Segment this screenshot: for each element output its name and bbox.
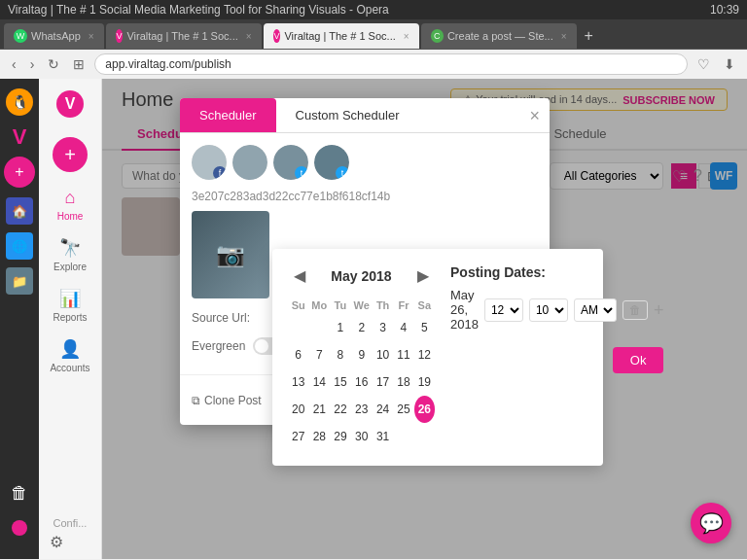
add-date-button[interactable]: + (654, 301, 664, 319)
calendar-day[interactable]: 20 (288, 396, 308, 423)
calendar-day[interactable]: 11 (393, 341, 413, 368)
calendar-day[interactable]: 19 (414, 368, 435, 396)
dock-files-icon[interactable]: 📁 (4, 265, 35, 297)
tab-whatsapp-close[interactable]: × (89, 31, 94, 42)
calendar-day[interactable]: 7 (308, 341, 330, 368)
calendar-day[interactable]: 22 (330, 396, 350, 423)
calendar-day[interactable]: 26 (414, 396, 435, 423)
day-header-sa: Sa (414, 297, 435, 314)
tab-viraltag2-close[interactable]: × (404, 31, 409, 42)
modal-tab-scheduler[interactable]: Scheduler (180, 98, 276, 132)
calendar-day[interactable]: 21 (308, 396, 330, 423)
back-button[interactable]: ‹ (8, 54, 20, 74)
calendar-day[interactable]: 13 (288, 368, 308, 396)
calendar-day[interactable]: 6 (288, 341, 308, 368)
page-title-bar: Viraltag | The # 1 Social Media Marketin… (8, 3, 389, 17)
sidebar-item-reports[interactable]: 📊 Reports (39, 280, 101, 331)
next-month-button[interactable]: ▶ (411, 264, 435, 287)
calendar-day[interactable]: 8 (330, 341, 350, 368)
dock-home-icon[interactable]: 🏠 (4, 195, 35, 227)
ok-button[interactable]: Ok (613, 347, 664, 373)
day-header-we: We (351, 297, 373, 314)
calendar-day[interactable]: 12 (414, 341, 435, 368)
day-header-fr: Fr (393, 297, 413, 314)
calendar-day[interactable]: 29 (330, 423, 350, 450)
download-button[interactable]: ⬇ (720, 54, 739, 74)
dock-trash-icon[interactable]: 🗑 (4, 477, 35, 508)
tab-viraltag-2[interactable]: V Viraltag | The # 1 Soc... × (264, 23, 419, 49)
modal-tab-custom-scheduler[interactable]: Custom Scheduler (276, 98, 419, 132)
calendar-day[interactable]: 24 (373, 396, 393, 423)
calendar-day[interactable]: 1 (330, 314, 350, 341)
calendar-day[interactable]: 31 (373, 423, 393, 450)
dock-add-icon[interactable]: + (4, 157, 35, 188)
calendar-day[interactable]: 5 (414, 314, 435, 341)
minute-select[interactable]: 1000153045 (529, 298, 568, 322)
refresh-button[interactable]: ↻ (44, 54, 63, 74)
sidebar-home-label: Home (57, 211, 84, 222)
chat-bubble-button[interactable]: 💬 (691, 503, 731, 543)
tab-whatsapp-label: WhatsApp (31, 30, 81, 42)
tab-viraltag-1[interactable]: V Viraltag | The # 1 Soc... × (106, 23, 262, 49)
calendar-day[interactable]: 23 (351, 396, 373, 423)
calendar-day[interactable]: 27 (288, 423, 308, 450)
calendar-day[interactable]: 10 (373, 341, 393, 368)
calendar-day[interactable]: 2 (351, 314, 373, 341)
calendar-day[interactable]: 15 (330, 368, 350, 396)
posting-dates: Posting Dates: May 26, 2018 12123 4567 8… (450, 264, 663, 373)
title-bar: Viraltag | The # 1 Social Media Marketin… (0, 0, 747, 19)
day-header-tu: Tu (330, 297, 350, 314)
dock-browser-icon[interactable]: 🌐 (4, 230, 35, 262)
datepicker-month-label: May 2018 (331, 268, 391, 284)
hour-select[interactable]: 12123 4567 891011 (484, 298, 523, 322)
prev-month-button[interactable]: ◀ (288, 264, 311, 287)
new-tab-button[interactable]: + (579, 23, 599, 49)
createpost-favicon: C (431, 29, 444, 43)
tab-viraltag1-close[interactable]: × (246, 31, 252, 42)
tab-whatsapp[interactable]: W WhatsApp × (4, 23, 104, 49)
calendar-day[interactable]: 3 (373, 314, 393, 341)
account-icon-3[interactable]: t (273, 145, 308, 180)
account-icon-2[interactable] (232, 145, 267, 180)
bookmark-button[interactable]: ♡ (694, 54, 714, 74)
day-header-th: Th (373, 297, 393, 314)
dock-os-icon[interactable]: 🐧 (4, 87, 35, 118)
whatsapp-favicon: W (14, 29, 27, 43)
sidebar-item-home[interactable]: ⌂ Home (39, 180, 101, 229)
account-icon-1[interactable]: f (192, 145, 227, 180)
sidebar-config-label[interactable]: Confi... (50, 513, 91, 533)
calendar-day[interactable]: 14 (308, 368, 330, 396)
sidebar: V + ⌂ Home 🔭 Explore 📊 Reports 👤 Account… (39, 79, 102, 559)
calendar-day[interactable]: 28 (308, 423, 330, 450)
tab-createpost-close[interactable]: × (561, 31, 567, 42)
calendar-day[interactable]: 17 (373, 368, 393, 396)
tab-viraltag2-label: Viraltag | The # 1 Soc... (284, 30, 395, 42)
tab-create-post[interactable]: C Create a post — Ste... × (421, 23, 577, 49)
post-preview-image: 📷 (192, 211, 269, 298)
url-bar[interactable]: app.viraltag.com/publish (94, 53, 688, 75)
sidebar-add-button[interactable]: + (53, 137, 88, 172)
calendar-day[interactable]: 16 (351, 368, 373, 396)
clone-post-button[interactable]: ⧉ Clone Post (192, 394, 262, 407)
calendar-day[interactable]: 30 (351, 423, 373, 450)
dock: 🐧 V + 🏠 🌐 📁 🗑 (0, 79, 39, 559)
toggle-knob (255, 339, 268, 353)
account-icon-4[interactable]: t (314, 145, 349, 180)
modal-tabs: Scheduler Custom Scheduler × (180, 98, 550, 133)
custom-scheduler-tab-label: Custom Scheduler (296, 108, 400, 122)
calendar-day[interactable]: 25 (393, 396, 413, 423)
forward-button[interactable]: › (26, 54, 39, 74)
calendar-day[interactable]: 9 (351, 341, 373, 368)
settings-gear-button[interactable]: ⚙ (50, 533, 63, 551)
delete-date-button[interactable]: 🗑 (622, 300, 648, 320)
calendar-day[interactable]: 4 (393, 314, 413, 341)
grid-button[interactable]: ⊞ (69, 54, 89, 74)
dock-red-dot[interactable] (4, 512, 35, 543)
source-url-label: Source Url: (192, 311, 269, 325)
modal-close-button[interactable]: × (529, 106, 540, 126)
ampm-select[interactable]: AMPM (574, 298, 617, 322)
dock-viraltag-icon[interactable]: V (4, 122, 35, 153)
sidebar-item-accounts[interactable]: 👤 Accounts (39, 331, 101, 381)
sidebar-item-explore[interactable]: 🔭 Explore (39, 229, 101, 280)
calendar-day[interactable]: 18 (393, 368, 413, 396)
